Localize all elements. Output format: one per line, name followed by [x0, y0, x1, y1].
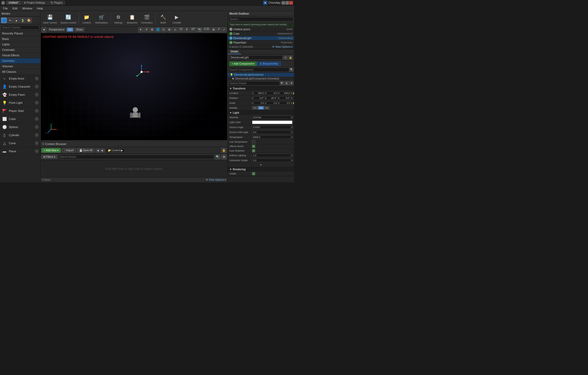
details-tab[interactable]: Details [228, 49, 241, 54]
mode-icon-select[interactable]: 🔵 [1, 17, 7, 23]
menu-file[interactable]: File [1, 6, 10, 10]
title-tab-untitled[interactable]: Untitled* [6, 1, 21, 5]
actor-name-input[interactable] [229, 55, 283, 60]
mobility-static[interactable]: Sta [252, 106, 258, 110]
placement-item-point-light[interactable]: 💡 Point Light + [0, 99, 40, 107]
location-x-arrow[interactable]: ▾ [265, 92, 266, 94]
search-assets-input[interactable] [58, 155, 214, 159]
placement-item-player-start[interactable]: 🚩 Player Start + [0, 107, 40, 115]
scale-value[interactable]: 0.25 [203, 27, 210, 32]
placement-item-cylinder[interactable]: ▯ Cylinder + [0, 131, 40, 139]
compile-button[interactable]: ▶ Compile [170, 13, 183, 25]
search-details-input[interactable] [228, 81, 280, 86]
intensity-input[interactable] [252, 116, 291, 119]
mode-icon-geometry[interactable]: 🎨 [26, 17, 32, 23]
blueprints-button[interactable]: 📋 Blueprints [125, 13, 139, 25]
cone-add[interactable]: + [35, 141, 39, 145]
category-cinematic[interactable]: Cinematic [0, 47, 40, 53]
component-directional-light-instance[interactable]: 💡 DirectionalLight(Instance) [228, 73, 294, 77]
light-color-swatch[interactable] [252, 120, 292, 124]
viewport-dropdown-arrow[interactable]: ▼ [41, 27, 47, 32]
location-z-arrow[interactable]: ▾ [291, 92, 292, 94]
player-start-add[interactable]: + [35, 109, 39, 113]
location-z[interactable] [279, 91, 291, 95]
expand-more[interactable]: ▼ [260, 164, 262, 166]
title-tab-project-settings[interactable]: ⚙ Project Settings [21, 1, 47, 5]
category-geometry[interactable]: Geometry [0, 58, 40, 64]
settings-button[interactable]: ⚙ Settings [112, 13, 125, 25]
indirect-lighting-input[interactable] [252, 154, 291, 157]
search-details-icon[interactable]: 🔍 [280, 81, 284, 85]
rotation-x[interactable] [253, 96, 265, 100]
cb-lock-button[interactable]: 🔒 [221, 148, 226, 153]
source-angle-input[interactable] [252, 125, 291, 129]
use-temperature-checkbox[interactable] [252, 140, 255, 143]
build-button[interactable]: 🔨 Build [157, 13, 170, 25]
placement-item-cube[interactable]: ⬜ Cube + [0, 115, 40, 123]
save-all-button[interactable]: 💾 Save All [77, 148, 95, 153]
cylinder-add[interactable]: + [35, 133, 39, 137]
angle-dropdown[interactable]: ⊽ [184, 27, 189, 32]
viewport[interactable]: LIGHTING NEEDS TO BE REBUILT (1 unbuilt … [40, 33, 228, 141]
point-light-add[interactable]: + [35, 101, 39, 105]
angle-value[interactable]: 10° [190, 27, 197, 32]
empty-character-add[interactable]: + [35, 85, 39, 88]
mobility-stationary[interactable]: Sta [258, 106, 264, 110]
rendering-section-header[interactable]: ▼ Rendering [228, 167, 294, 172]
location-y-arrow[interactable]: ▾ [278, 92, 279, 94]
mode-icon-paint[interactable]: ✏ [7, 17, 13, 23]
placement-item-cone[interactable]: △ Cone + [0, 139, 40, 147]
mode-icon-landscape[interactable]: ▲ [14, 17, 19, 23]
rotate-icon[interactable]: ↺ [144, 27, 149, 32]
empty-actor-add[interactable]: + [35, 77, 39, 80]
lock-icon[interactable]: 🔒 [288, 56, 292, 60]
rotation-arrow[interactable]: ▾ [252, 97, 253, 99]
placement-item-sphere[interactable]: ⚪ Sphere + [0, 123, 40, 131]
marketplace-button[interactable]: 🛒 Marketplace [94, 13, 109, 25]
rotation-y[interactable] [266, 96, 278, 100]
volumetric-input[interactable] [252, 159, 291, 162]
component-directional-light-inherited[interactable]: ✱ DirectionalLightComponent (Inherited) [228, 77, 294, 81]
layers-value[interactable]: 4 [217, 27, 221, 32]
content-path[interactable]: 📁 Content ▶ [106, 148, 125, 152]
nav-back-button[interactable]: ◀ [96, 148, 100, 153]
outliner-item-cube[interactable]: Cube StaticMeshAct [228, 32, 294, 36]
empty-pawn-add[interactable]: + [35, 93, 39, 96]
placement-item-empty-character[interactable]: 👤 Empty Character + [0, 83, 40, 91]
location-x[interactable] [253, 91, 265, 95]
location-y[interactable] [266, 91, 278, 95]
search-components-input[interactable] [228, 68, 289, 72]
save-current-button[interactable]: 💾 Save Current [41, 13, 58, 25]
mobility-movable[interactable]: Mo [264, 106, 270, 110]
add-component-button[interactable]: + Add Component ▾ [229, 62, 257, 66]
location-arrow[interactable]: ▾ [252, 92, 253, 94]
category-all-classes[interactable]: All Classes [0, 69, 40, 75]
cinematics-button[interactable]: 🎬 Cinematics [139, 13, 154, 25]
outliner-item-untitled[interactable]: Untitled (actor) World [228, 27, 294, 32]
grid-size-value[interactable]: 10 [178, 27, 184, 32]
blueprint-button[interactable]: ☰ Blueprint/Adc [257, 62, 280, 66]
scale-y[interactable] [266, 101, 278, 105]
cb-view-options[interactable]: 👁 View Options ▾ [206, 178, 226, 181]
import-button[interactable]: ↑ Import [62, 148, 76, 153]
affects-world-checkbox[interactable]: ✓ [252, 145, 255, 148]
scale-icon[interactable]: ⊞ [150, 27, 155, 32]
outliner-search-input[interactable] [228, 17, 293, 21]
placement-item-plane[interactable]: ▬ Plane + [0, 147, 40, 155]
light-section-header[interactable]: ▼ Light [228, 111, 294, 115]
category-recently-placed[interactable]: Recently Placed [0, 31, 40, 36]
show-button[interactable]: Show [74, 28, 84, 32]
menu-help[interactable]: Help [35, 6, 45, 10]
outliner-item-directional-light[interactable]: DirectionalLight DirectionalLig [228, 36, 294, 40]
menu-edit[interactable]: Edit [10, 6, 20, 10]
filters-button[interactable]: ⊞ Filters ▾ [41, 155, 57, 159]
perspective-dropdown[interactable]: Perspective▾ [48, 28, 66, 32]
reset-icon[interactable]: ↺ [283, 56, 287, 60]
maximize-button[interactable]: □ [285, 1, 289, 5]
camera-icon[interactable]: 📷 [197, 27, 202, 32]
outliner-item-player-start[interactable]: PlayerStart PlayerStart [228, 40, 294, 45]
outliner-view-options[interactable]: 👁 View Options ▾ [272, 45, 292, 48]
translate-icon[interactable]: ✛ [138, 27, 143, 32]
placement-item-empty-actor[interactable]: ○ Empty Actor + [0, 75, 40, 83]
add-new-button[interactable]: + Add New ▾ [41, 148, 61, 153]
